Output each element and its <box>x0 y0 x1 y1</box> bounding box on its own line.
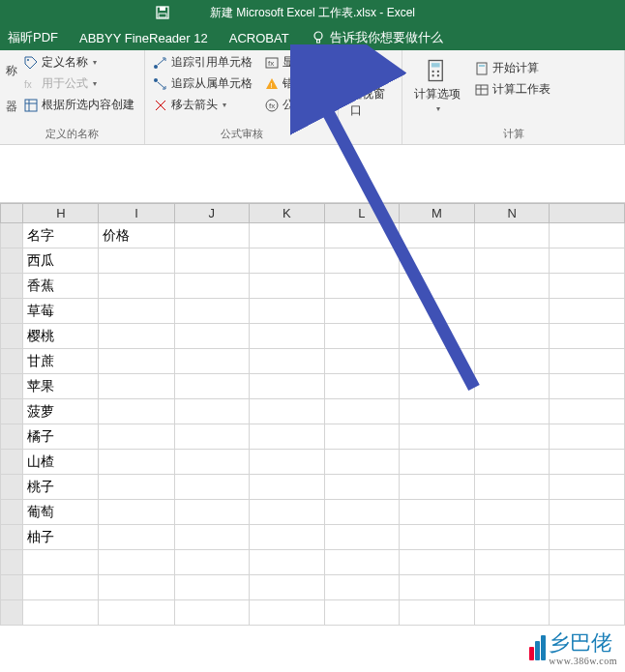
cell[interactable] <box>99 475 174 500</box>
column-header[interactable]: H <box>23 204 99 223</box>
cell[interactable] <box>324 299 400 324</box>
cell[interactable]: 葡萄 <box>23 500 99 525</box>
cell[interactable] <box>550 374 625 399</box>
cell[interactable] <box>99 399 174 424</box>
cell[interactable] <box>474 575 550 600</box>
cell[interactable] <box>400 600 475 626</box>
cell[interactable] <box>174 575 250 600</box>
cell[interactable] <box>99 374 174 399</box>
cell[interactable] <box>550 424 625 450</box>
cell[interactable] <box>174 550 250 575</box>
cell[interactable] <box>250 424 325 450</box>
cell[interactable]: 樱桃 <box>23 324 99 349</box>
cell[interactable]: 甘蔗 <box>23 349 99 374</box>
cell[interactable] <box>400 223 475 248</box>
cell[interactable] <box>550 349 625 374</box>
column-header[interactable]: M <box>400 204 475 223</box>
cell[interactable] <box>250 324 325 349</box>
row-header[interactable] <box>1 550 23 575</box>
cell[interactable] <box>400 399 475 424</box>
evaluate-formula-button[interactable]: fx 公式求 <box>262 96 331 114</box>
cell[interactable] <box>474 399 550 424</box>
cell[interactable]: 西瓜 <box>23 248 99 274</box>
cell[interactable] <box>174 475 250 500</box>
cell[interactable] <box>99 550 174 575</box>
cell[interactable] <box>324 349 400 374</box>
cell[interactable] <box>474 525 550 550</box>
cell[interactable] <box>324 274 400 299</box>
cell[interactable]: 山楂 <box>23 450 99 475</box>
cell[interactable] <box>250 248 325 274</box>
cell[interactable] <box>99 525 174 550</box>
tab-foxit-pdf[interactable]: 福昕PDF <box>8 29 58 46</box>
cell[interactable]: 草莓 <box>23 299 99 324</box>
tab-acrobat[interactable]: ACROBAT <box>229 31 289 45</box>
cell[interactable] <box>23 600 99 626</box>
cell[interactable] <box>474 223 550 248</box>
cell[interactable] <box>99 274 174 299</box>
cell[interactable]: 桃子 <box>23 475 99 500</box>
cell[interactable] <box>99 349 174 374</box>
row-header[interactable] <box>1 525 23 550</box>
remove-arrows-button[interactable]: 移去箭头 ▾ <box>151 96 254 114</box>
cell[interactable] <box>250 223 325 248</box>
row-header[interactable] <box>1 475 23 500</box>
select-all-corner[interactable] <box>1 204 23 223</box>
row-header[interactable] <box>1 575 23 600</box>
cell[interactable] <box>174 600 250 626</box>
cell[interactable]: 橘子 <box>23 424 99 450</box>
cell[interactable] <box>324 500 400 525</box>
cell[interactable] <box>99 450 174 475</box>
row-header[interactable] <box>1 248 23 274</box>
column-header[interactable]: L <box>324 204 400 223</box>
cell[interactable] <box>400 324 475 349</box>
cell[interactable] <box>400 248 475 274</box>
cell[interactable]: 价格 <box>99 223 174 248</box>
cell[interactable] <box>474 299 550 324</box>
row-header[interactable] <box>1 600 23 626</box>
cell[interactable] <box>250 550 325 575</box>
cell[interactable]: 名字 <box>23 223 99 248</box>
cell[interactable] <box>99 299 174 324</box>
cell[interactable] <box>174 525 250 550</box>
cell[interactable] <box>400 349 475 374</box>
cell[interactable] <box>99 500 174 525</box>
cell[interactable] <box>400 374 475 399</box>
cell[interactable] <box>99 248 174 274</box>
cell[interactable] <box>324 223 400 248</box>
cell[interactable]: 菠萝 <box>23 399 99 424</box>
row-header[interactable] <box>1 424 23 450</box>
cell[interactable] <box>474 550 550 575</box>
cell[interactable] <box>250 450 325 475</box>
cell[interactable] <box>99 424 174 450</box>
cell[interactable] <box>400 274 475 299</box>
cell[interactable] <box>23 575 99 600</box>
cell[interactable] <box>250 374 325 399</box>
cell[interactable] <box>99 600 174 626</box>
cell[interactable] <box>400 299 475 324</box>
cell[interactable] <box>324 324 400 349</box>
cell[interactable] <box>174 424 250 450</box>
cell[interactable] <box>550 299 625 324</box>
row-header[interactable] <box>1 399 23 424</box>
cell[interactable] <box>400 475 475 500</box>
save-icon[interactable] <box>155 5 170 20</box>
row-header[interactable] <box>1 349 23 374</box>
cell[interactable] <box>474 274 550 299</box>
cell[interactable] <box>474 450 550 475</box>
cell[interactable] <box>324 374 400 399</box>
cell[interactable] <box>474 324 550 349</box>
cell[interactable] <box>250 600 325 626</box>
cell[interactable] <box>550 399 625 424</box>
show-formulas-button[interactable]: fx 显示公式 <box>262 53 331 72</box>
cell[interactable] <box>174 374 250 399</box>
cell[interactable] <box>474 374 550 399</box>
cell[interactable] <box>174 248 250 274</box>
cell[interactable] <box>250 525 325 550</box>
calculate-now-button[interactable]: 开始计算 <box>472 59 552 77</box>
cell[interactable] <box>474 248 550 274</box>
column-header[interactable]: N <box>474 204 550 223</box>
cell[interactable] <box>550 575 625 600</box>
trace-precedents-button[interactable]: 追踪引用单元格 <box>151 53 254 72</box>
watch-window-button[interactable]: 监视窗口 <box>344 53 396 128</box>
